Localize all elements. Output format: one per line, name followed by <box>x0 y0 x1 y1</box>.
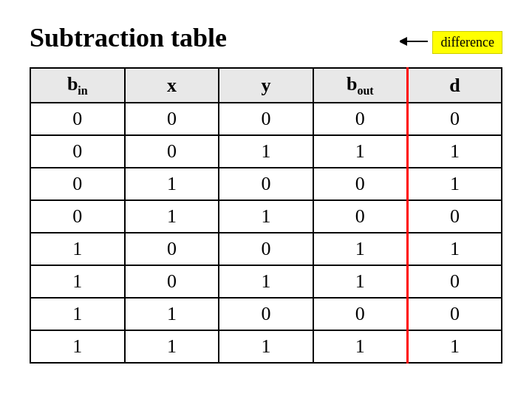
table-wrapper: bin x y bout d 0000000111010010110010011… <box>30 67 502 364</box>
table-row: 00111 <box>30 135 502 168</box>
table-row: 01100 <box>30 200 502 233</box>
table-cell: 1 <box>219 135 313 168</box>
table-cell: 0 <box>313 103 408 135</box>
table-cell: 0 <box>407 103 502 135</box>
table-cell: 0 <box>125 103 219 135</box>
header-row: Subtraction table difference <box>30 22 502 54</box>
col-header-bout: bout <box>313 68 408 103</box>
table-row: 11000 <box>30 298 502 330</box>
table-cell: 0 <box>313 168 408 200</box>
col-header-d: d <box>407 68 502 103</box>
table-cell: 1 <box>219 200 313 233</box>
col-header-y: y <box>219 68 313 103</box>
table-row: 00000 <box>30 103 502 135</box>
table-row: 01001 <box>30 168 502 200</box>
table-cell: 0 <box>407 265 502 298</box>
table-cell: 0 <box>30 200 125 233</box>
table-cell: 1 <box>313 265 408 298</box>
table-cell: 0 <box>125 233 219 265</box>
table-cell: 1 <box>407 168 502 200</box>
table-cell: 0 <box>125 135 219 168</box>
table-cell: 0 <box>313 200 408 233</box>
arrow-icon <box>400 30 429 52</box>
table-cell: 1 <box>125 330 219 363</box>
table-cell: 0 <box>407 200 502 233</box>
table-cell: 1 <box>30 233 125 265</box>
table-cell: 1 <box>30 265 125 298</box>
table-cell: 1 <box>125 168 219 200</box>
table-header-row: bin x y bout d <box>30 68 502 103</box>
table-row: 10110 <box>30 265 502 298</box>
table-cell: 1 <box>313 135 408 168</box>
table-cell: 1 <box>407 330 502 363</box>
table-cell: 1 <box>407 233 502 265</box>
subtraction-table: bin x y bout d 0000000111010010110010011… <box>30 67 502 364</box>
table-cell: 1 <box>30 330 125 363</box>
difference-badge: difference <box>432 31 502 54</box>
table-cell: 0 <box>30 103 125 135</box>
table-cell: 0 <box>219 168 313 200</box>
col-header-x: x <box>125 68 219 103</box>
table-cell: 0 <box>30 135 125 168</box>
table-row: 11111 <box>30 330 502 363</box>
col-header-bin: bin <box>30 68 125 103</box>
table-cell: 0 <box>219 233 313 265</box>
table-cell: 1 <box>407 135 502 168</box>
table-row: 10011 <box>30 233 502 265</box>
table-cell: 0 <box>407 298 502 330</box>
table-cell: 1 <box>125 298 219 330</box>
table-cell: 1 <box>313 233 408 265</box>
table-cell: 1 <box>125 200 219 233</box>
table-cell: 1 <box>313 330 408 363</box>
table-cell: 0 <box>30 168 125 200</box>
table-cell: 0 <box>219 103 313 135</box>
table-cell: 1 <box>219 265 313 298</box>
table-cell: 1 <box>30 298 125 330</box>
table-cell: 0 <box>125 265 219 298</box>
table-cell: 0 <box>219 298 313 330</box>
table-cell: 1 <box>219 330 313 363</box>
table-cell: 0 <box>313 298 408 330</box>
page-title: Subtraction table <box>30 22 227 53</box>
